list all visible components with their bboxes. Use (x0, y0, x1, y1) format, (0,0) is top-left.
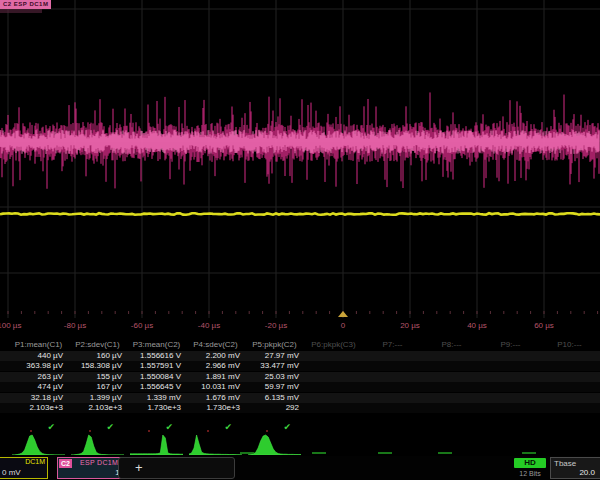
measure-value-cell (423, 351, 482, 361)
measure-max-cell: 10.031 mV (187, 382, 246, 392)
histicon-3 (130, 433, 183, 455)
measure-num-cell (364, 403, 423, 413)
measure-header-6[interactable]: P6:pkpk(C3) (305, 340, 364, 350)
histicon-5 (248, 433, 301, 455)
measure-header-4[interactable]: P4:sdev(C2) (187, 340, 246, 350)
histicon-marker (30, 430, 32, 432)
measure-value-cell: 160 µV (69, 351, 128, 361)
measure-status-ok-icon: ✔ (69, 422, 128, 432)
measure-header-3[interactable]: P3:mean(C2) (128, 340, 187, 350)
measure-header-1[interactable]: P1:mean(C1) (10, 340, 69, 350)
measure-header-9[interactable]: P9:--- (482, 340, 541, 350)
histicon-2 (71, 433, 124, 455)
time-tick-label: -80 µs (64, 321, 86, 330)
oscilloscope-screen: C2 ESP DC1M -100 µs-80 µs-60 µs-40 µs-20… (0, 0, 600, 480)
measure-min-cell: 263 µV (10, 372, 69, 382)
time-tick-label: 40 µs (467, 321, 487, 330)
measure-mean-cell (423, 361, 482, 371)
c2-channel-tag: C2 (59, 459, 72, 468)
measure-sdev-cell: 1.676 mV (187, 393, 246, 403)
measure-value-cell: 2.200 mV (187, 351, 246, 361)
measure-min-cell: 1.550084 V (128, 372, 187, 382)
hd-mode-badge[interactable]: HD (514, 458, 546, 468)
measure-min-cell (541, 372, 600, 382)
measure-sdev-cell: 1.399 µV (69, 393, 128, 403)
histicon-4 (189, 433, 242, 455)
table-row-min: 263 µV155 µV1.550084 V1.891 mV25.03 mV (0, 372, 600, 382)
measure-header-8[interactable]: P8:--- (423, 340, 482, 350)
time-tick-label: 60 µs (534, 321, 554, 330)
measure-num-cell: 2.103e+3 (69, 403, 128, 413)
measure-num-cell (423, 403, 482, 413)
table-row-num: 2.103e+32.103e+31.730e+31.730e+3292 (0, 403, 600, 413)
measure-min-cell (423, 372, 482, 382)
measure-mean-cell: 33.477 mV (246, 361, 305, 371)
measure-status-ok-icon: ✔ (10, 422, 69, 432)
measure-mean-cell (305, 361, 364, 371)
measure-num-cell (305, 403, 364, 413)
measure-header-10[interactable]: P10:--- (541, 340, 600, 350)
gate-mark (378, 452, 392, 454)
table-row-header: P1:mean(C1)P2:sdev(C1)P3:mean(C2)P4:sdev… (0, 340, 600, 350)
measure-mean-cell: 1.557591 V (128, 361, 187, 371)
plus-icon: + (135, 460, 143, 475)
measure-num-cell: 1.730e+3 (128, 403, 187, 413)
measure-sdev-cell (364, 393, 423, 403)
measure-min-cell (364, 372, 423, 382)
gate-mark (438, 452, 452, 454)
measure-max-cell (364, 382, 423, 392)
histicon-row (0, 433, 600, 456)
measure-num-cell (541, 403, 600, 413)
measure-mean-cell (482, 361, 541, 371)
measure-status-ok-icon: ✔ (128, 422, 187, 432)
gate-mark (240, 452, 254, 454)
trigger-time-marker-icon (338, 311, 348, 317)
table-row-mean: 363.98 µV158.308 µV1.557591 V2.966 mV33.… (0, 361, 600, 371)
waveform-traces (0, 0, 600, 318)
measure-num-cell: 2.103e+3 (10, 403, 69, 413)
timebase-label: Tbase (554, 459, 576, 468)
measure-sdev-cell: 1.339 mV (128, 393, 187, 403)
histicon-marker (89, 430, 91, 432)
c1-scale-value: 0 mV (2, 468, 21, 477)
time-tick-label: 0 (341, 321, 345, 330)
table-row-sdev: 32.18 µV1.399 µV1.339 mV1.676 mV6.135 mV (0, 393, 600, 403)
measure-sdev-cell: 32.18 µV (10, 393, 69, 403)
measure-max-cell (541, 382, 600, 392)
measure-min-cell (305, 372, 364, 382)
measure-value-cell: 440 µV (10, 351, 69, 361)
measure-mean-cell: 158.308 µV (69, 361, 128, 371)
measure-max-cell (305, 382, 364, 392)
hd-bits-label: 12 Bits (512, 470, 548, 477)
time-tick-label: -100 µs (0, 321, 21, 330)
histicon-marker (266, 430, 268, 432)
time-axis: -100 µs-80 µs-60 µs-40 µs-20 µs020 µs40 … (0, 318, 600, 334)
timebase-descriptor[interactable]: Tbase 20.0 (550, 457, 600, 479)
gate-mark (522, 452, 536, 454)
table-row-max: 474 µV167 µV1.556645 V10.031 mV59.97 mV (0, 382, 600, 392)
time-tick-label: -40 µs (198, 321, 220, 330)
measure-value-cell (305, 351, 364, 361)
measure-mean-cell (541, 361, 600, 371)
measure-min-cell: 25.03 mV (246, 372, 305, 382)
measure-status-ok-icon: ✔ (187, 422, 246, 432)
time-tick-label: -20 µs (265, 321, 287, 330)
measure-header-2[interactable]: P2:sdev(C1) (69, 340, 128, 350)
channel-c1-descriptor[interactable]: DC1M 0 mV (0, 457, 48, 479)
measure-header-7[interactable]: P7:--- (364, 340, 423, 350)
measure-table: P1:mean(C1)P2:sdev(C1)P3:mean(C2)P4:sdev… (0, 338, 600, 434)
measure-num-cell: 292 (246, 403, 305, 413)
measure-num-cell: 1.730e+3 (187, 403, 246, 413)
time-tick-label: 20 µs (400, 321, 420, 330)
timebase-value: 20.0 (579, 468, 595, 477)
measure-min-cell (482, 372, 541, 382)
histicon-marker (207, 430, 209, 432)
measure-max-cell (423, 382, 482, 392)
measure-max-cell: 167 µV (69, 382, 128, 392)
cursor-plus-box[interactable]: + (118, 457, 235, 479)
measure-max-cell: 1.556645 V (128, 382, 187, 392)
measure-header-5[interactable]: P5:pkpk(C2) (246, 340, 305, 350)
measure-value-cell (364, 351, 423, 361)
trace-descriptor-badge[interactable]: C2 ESP DC1M (0, 0, 51, 9)
measure-min-cell: 155 µV (69, 372, 128, 382)
